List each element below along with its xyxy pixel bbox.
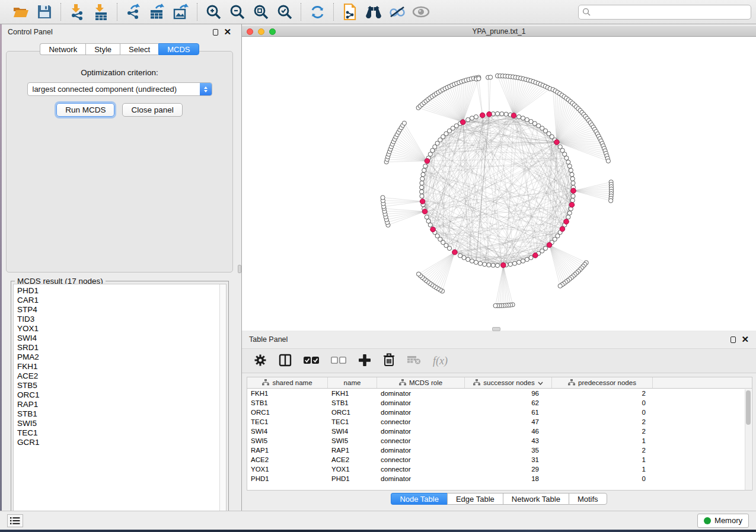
first-neighbors-button[interactable]	[363, 2, 384, 21]
table-row[interactable]: ORC1ORC1dominator610	[247, 408, 752, 417]
cell-successor-nodes: 35	[465, 446, 552, 455]
horizontal-splitter-knob[interactable]	[492, 327, 500, 331]
network-window-titlebar[interactable]: YPA_prune.txt_1	[242, 26, 756, 37]
export-network-button[interactable]	[123, 2, 143, 21]
hide-selected-button[interactable]	[387, 2, 407, 21]
run-mcds-button[interactable]: Run MCDS	[56, 103, 114, 117]
cell-name: SWI4	[328, 427, 377, 436]
tab-network[interactable]: Network	[40, 43, 85, 55]
import-table-icon	[93, 4, 109, 20]
zoom-selected-button[interactable]	[275, 2, 295, 21]
cell-shared-name: TEC1	[247, 417, 328, 427]
check-all-icon	[304, 356, 319, 366]
table-row[interactable]: RAP1RAP1dominator352	[247, 446, 752, 455]
result-node-item[interactable]: RAP1	[17, 400, 226, 409]
zoom-out-button[interactable]	[227, 2, 247, 21]
result-node-item[interactable]: GCR1	[17, 438, 226, 447]
table-row[interactable]: STB1STB1dominator620	[247, 398, 752, 408]
table-row[interactable]: YOX1YOX1connector291	[247, 464, 752, 474]
result-node-item[interactable]: ORC1	[17, 390, 226, 400]
table-row[interactable]: FKH1FKH1dominator962	[247, 389, 752, 398]
minimize-window-icon[interactable]	[258, 28, 264, 35]
cell-MCDS-role: dominator	[377, 398, 465, 408]
result-node-item[interactable]: SRD1	[17, 343, 226, 352]
cell-shared-name: ACE2	[247, 455, 328, 464]
table-scrollbar[interactable]	[745, 389, 751, 490]
import-network-button[interactable]	[67, 2, 87, 21]
result-node-item[interactable]: SWI4	[17, 334, 226, 343]
result-node-item[interactable]: TEC1	[17, 428, 226, 438]
import-table-button[interactable]	[91, 2, 111, 21]
close-panel-icon[interactable]: ✕	[224, 28, 231, 36]
column-header-MCDS-role[interactable]: MCDS role	[377, 377, 465, 388]
result-node-item[interactable]: STP4	[17, 305, 226, 315]
network-graph[interactable]	[242, 37, 756, 330]
tab-style[interactable]: Style	[85, 43, 120, 55]
cell-shared-name: STB1	[247, 398, 328, 408]
tab-network-table[interactable]: Network Table	[503, 493, 569, 505]
table-panel: Table Panel ✕ f(x) shared namenameMCDS r…	[242, 332, 756, 511]
tab-edge-table[interactable]: Edge Table	[447, 493, 503, 505]
check-all-button[interactable]	[304, 356, 319, 366]
close-panel-button[interactable]: Close panel	[122, 103, 182, 117]
table-row[interactable]: TEC1TEC1connector472	[247, 417, 752, 427]
result-node-item[interactable]: ACE2	[17, 371, 226, 381]
tab-mcds[interactable]: MCDS	[158, 43, 199, 55]
tab-motifs[interactable]: Motifs	[569, 493, 607, 505]
result-node-item[interactable]: STB1	[17, 409, 226, 419]
table-row[interactable]: PHD1PHD1dominator180	[247, 474, 752, 483]
result-node-item[interactable]: PHD1	[17, 286, 226, 296]
result-node-item[interactable]: STB5	[17, 381, 226, 390]
vertical-splitter-knob[interactable]	[238, 265, 241, 273]
column-header-name[interactable]: name	[328, 377, 377, 388]
close-table-panel-icon[interactable]: ✕	[741, 336, 749, 343]
save-session-button[interactable]	[34, 2, 55, 21]
column-header-shared-name[interactable]: shared name	[247, 377, 328, 388]
show-all-button[interactable]	[411, 2, 431, 21]
network-from-file-button[interactable]	[340, 2, 360, 21]
network-canvas[interactable]	[242, 37, 756, 330]
result-list-scrollbar[interactable]	[219, 284, 226, 518]
refresh-layout-button[interactable]	[307, 2, 327, 21]
table-row[interactable]: SWI4SWI4dominator462	[247, 427, 752, 436]
zoom-in-button[interactable]	[203, 2, 224, 21]
zoom-fit-button[interactable]	[251, 2, 271, 21]
open-file-button[interactable]	[11, 2, 31, 21]
vertical-splitter[interactable]	[237, 24, 242, 511]
maximize-window-icon[interactable]	[269, 28, 276, 35]
result-node-item[interactable]: CAR1	[17, 296, 226, 305]
search-input[interactable]	[578, 5, 751, 20]
cell-successor-nodes: 62	[465, 398, 552, 408]
result-node-item[interactable]: FKH1	[17, 362, 226, 371]
cell-predecessor-nodes: 1	[552, 455, 653, 464]
table-scrollbar-thumb[interactable]	[746, 390, 751, 425]
cell-name: RAP1	[328, 446, 377, 455]
show-panels-button[interactable]	[7, 514, 23, 527]
memory-label: Memory	[714, 516, 742, 525]
table-toolbar: f(x)	[242, 348, 756, 373]
result-node-item[interactable]: PMA2	[17, 352, 226, 362]
table-row[interactable]: ACE2ACE2connector311	[247, 455, 752, 464]
network-from-file-icon	[342, 4, 358, 20]
column-header-successor-nodes[interactable]: successor nodes	[465, 377, 552, 388]
tab-select[interactable]: Select	[120, 43, 158, 55]
float-table-panel-icon[interactable]	[731, 336, 736, 343]
tab-node-table[interactable]: Node Table	[391, 493, 447, 505]
gear-button[interactable]	[254, 354, 267, 368]
memory-button[interactable]: Memory	[697, 514, 749, 528]
export-table-button[interactable]	[147, 2, 167, 21]
result-node-item[interactable]: YOX1	[17, 324, 226, 334]
trash-button[interactable]	[383, 353, 395, 368]
result-node-item[interactable]: TID3	[17, 315, 226, 324]
result-node-item[interactable]: SWI5	[17, 419, 226, 428]
table-row[interactable]: SWI5SWI5connector431	[247, 436, 752, 446]
column-header-predecessor-nodes[interactable]: predecessor nodes	[552, 377, 653, 388]
cell-predecessor-nodes: 2	[552, 389, 653, 398]
float-panel-icon[interactable]	[213, 29, 218, 36]
add-button[interactable]	[358, 354, 371, 368]
close-window-icon[interactable]	[247, 28, 253, 35]
criterion-select[interactable]: largest connected component (undirected)	[27, 82, 212, 96]
uncheck-all-button[interactable]	[331, 356, 346, 366]
export-image-button[interactable]	[171, 2, 191, 21]
columns-button[interactable]	[279, 354, 292, 368]
